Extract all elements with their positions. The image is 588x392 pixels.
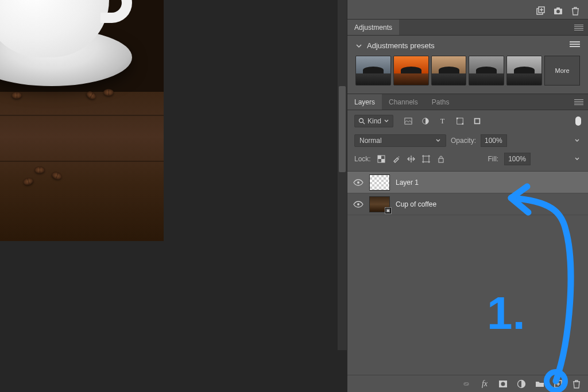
fill-input[interactable]: 100% [504, 153, 531, 165]
svg-point-22 [357, 181, 359, 184]
lock-label: Lock: [354, 155, 371, 163]
new-preset-icon[interactable] [536, 6, 546, 15]
tab-channels[interactable]: Channels [382, 94, 425, 110]
fill-label: Fill: [488, 155, 499, 163]
trash-icon[interactable] [571, 6, 580, 15]
adjustment-preset[interactable] [469, 56, 504, 86]
new-layer-icon[interactable] [554, 379, 563, 389]
blend-opacity-row: Normal Opacity: 100% [347, 132, 588, 150]
opacity-input[interactable]: 100% [481, 134, 507, 147]
canvas-area[interactable] [0, 0, 347, 392]
visibility-eye-icon[interactable] [353, 178, 363, 187]
list-view-icon[interactable] [570, 41, 580, 49]
svg-rect-16 [475, 119, 479, 123]
adjustment-preset[interactable] [355, 56, 391, 86]
svg-rect-9 [405, 118, 412, 125]
svg-rect-6 [556, 7, 560, 9]
layers-bottom-bar: fx [347, 375, 588, 392]
svg-point-5 [556, 10, 560, 13]
chevron-down-icon [435, 138, 441, 143]
trash-icon[interactable] [572, 379, 581, 389]
layer-name[interactable]: Cup of coffee [396, 200, 436, 208]
filter-image-icon[interactable] [404, 117, 413, 126]
layer-thumbnail[interactable] [369, 174, 390, 191]
link-layers-icon[interactable] [462, 379, 471, 389]
lock-all-icon[interactable] [436, 154, 446, 164]
canvas-scrollbar[interactable] [338, 0, 347, 350]
filter-kind-select[interactable]: Kind [354, 115, 393, 127]
svg-point-7 [359, 119, 363, 123]
group-icon[interactable] [535, 379, 544, 389]
layers-filter-bar: Kind T [347, 110, 588, 132]
panel-menu-icon[interactable] [574, 25, 583, 30]
svg-point-23 [357, 203, 359, 205]
filter-type-icon[interactable]: T [438, 117, 447, 126]
lock-fill-row: Lock: Fill: 100% [347, 150, 588, 172]
blend-mode-select[interactable]: Normal [354, 134, 446, 147]
adjustment-preset[interactable] [393, 56, 429, 86]
adjustments-presets-label: Adjustments presets [367, 41, 435, 50]
svg-line-8 [363, 122, 365, 124]
tab-paths[interactable]: Paths [425, 94, 457, 110]
visibility-eye-icon[interactable] [353, 200, 363, 208]
svg-rect-14 [462, 123, 464, 125]
filter-smartobject-icon[interactable] [473, 117, 482, 126]
layers-empty-area[interactable] [347, 215, 588, 375]
layer-row[interactable]: ▣ Cup of coffee [347, 193, 588, 215]
adjustment-preset[interactable] [431, 56, 467, 86]
filter-toggle[interactable] [575, 117, 581, 126]
layers-panel-header: Layers Channels Paths [347, 94, 588, 110]
svg-rect-18 [378, 156, 381, 159]
svg-text:T: T [440, 117, 445, 125]
adjustment-preset[interactable] [506, 56, 542, 86]
more-presets-button[interactable]: More [544, 56, 580, 86]
adjustments-panel-header: Adjustments [347, 20, 588, 36]
svg-rect-19 [381, 159, 385, 162]
blend-mode-value: Normal [359, 137, 382, 145]
lock-artboard-icon[interactable] [421, 154, 431, 164]
lock-transparency-icon[interactable] [377, 154, 386, 164]
panel-menu-icon[interactable] [574, 99, 583, 105]
adjustment-layer-icon[interactable] [517, 379, 526, 389]
lock-paint-icon[interactable] [392, 154, 401, 164]
svg-rect-20 [423, 156, 429, 162]
opacity-label: Opacity: [451, 137, 476, 145]
add-mask-icon[interactable] [498, 379, 508, 389]
chevron-down-icon[interactable] [355, 42, 362, 49]
search-icon [358, 118, 365, 125]
scrollbar-thumb[interactable] [339, 86, 346, 172]
tab-adjustments[interactable]: Adjustments [347, 20, 399, 35]
filter-adjustment-icon[interactable] [421, 117, 430, 126]
adjustments-panel: Adjustments presets More [347, 36, 588, 94]
right-sidebar: Adjustments Adjustments presets More Lay… [347, 0, 588, 392]
chevron-down-icon[interactable] [573, 156, 581, 162]
panel-icon-row [347, 2, 588, 20]
layer-row[interactable]: Layer 1 [347, 172, 588, 193]
document-image[interactable] [0, 0, 164, 241]
kind-label: Kind [368, 117, 381, 125]
filter-shape-icon[interactable] [455, 117, 465, 126]
chevron-down-icon[interactable] [573, 138, 581, 143]
chevron-down-icon [384, 118, 389, 124]
smart-object-badge: ▣ [385, 207, 392, 214]
camera-icon[interactable] [554, 6, 563, 15]
tab-layers[interactable]: Layers [347, 94, 382, 110]
svg-rect-21 [439, 158, 443, 162]
svg-point-25 [501, 382, 505, 386]
svg-rect-13 [457, 118, 458, 119]
layer-name[interactable]: Layer 1 [396, 178, 419, 187]
layer-style-icon[interactable]: fx [480, 379, 489, 389]
lock-position-icon[interactable] [407, 154, 416, 164]
